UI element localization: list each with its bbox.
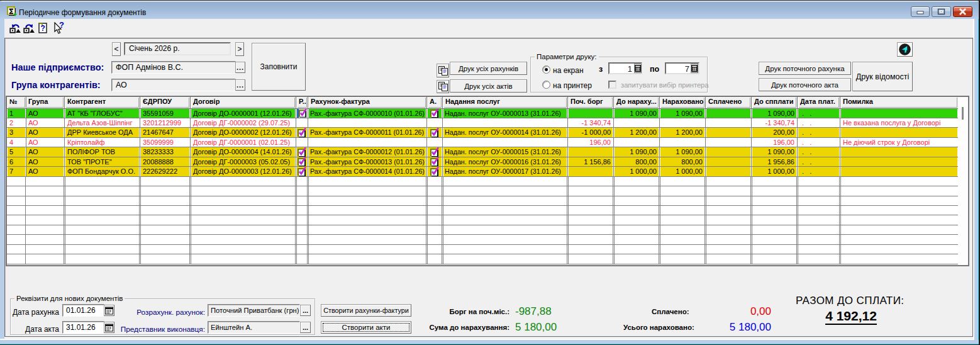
- svg-text:?: ?: [59, 22, 64, 30]
- svg-text:?: ?: [41, 24, 45, 33]
